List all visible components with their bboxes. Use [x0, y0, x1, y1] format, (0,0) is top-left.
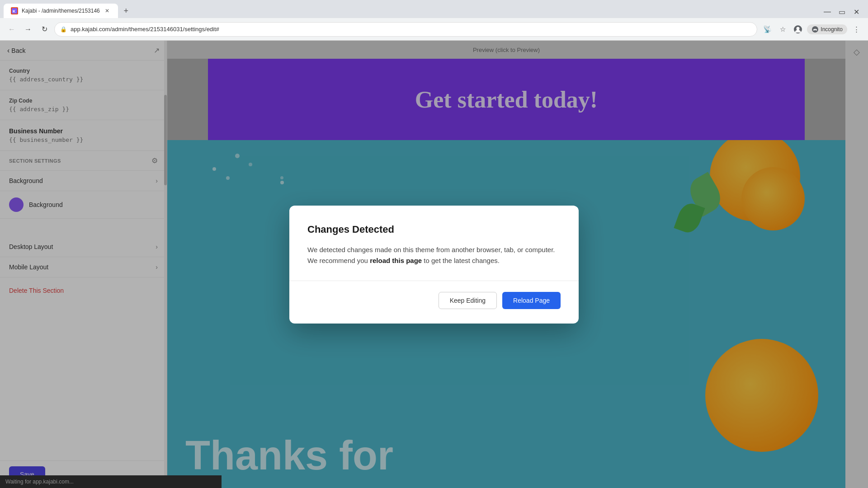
back-nav-button[interactable]: ←	[5, 23, 18, 36]
changes-detected-modal: Changes Detected We detected changes mad…	[289, 206, 579, 324]
url-text: app.kajabi.com/admin/themes/2153146031/s…	[71, 26, 751, 33]
modal-title: Changes Detected	[307, 224, 561, 235]
restore-button[interactable]: ▭	[835, 5, 848, 18]
svg-point-5	[814, 29, 815, 30]
tab-close-button[interactable]: ✕	[104, 7, 111, 14]
modal-divider	[289, 281, 579, 281]
new-tab-button[interactable]: +	[120, 5, 132, 17]
modal-body-text2: to get the latest changes.	[422, 257, 500, 264]
reload-page-button[interactable]: Reload Page	[502, 292, 561, 309]
svg-text:K: K	[13, 9, 16, 14]
minimize-button[interactable]: —	[821, 5, 834, 18]
keep-editing-button[interactable]: Keep Editing	[439, 292, 497, 309]
cast-icon[interactable]: 📡	[761, 23, 774, 36]
modal-body-bold: reload this page	[370, 257, 422, 264]
reload-nav-button[interactable]: ↻	[38, 23, 51, 36]
browser-chrome: K Kajabi - /admin/themes/2153146 ✕ + — ▭…	[0, 0, 868, 41]
address-bar[interactable]: 🔒 app.kajabi.com/admin/themes/2153146031…	[54, 22, 757, 37]
active-tab[interactable]: K Kajabi - /admin/themes/2153146 ✕	[4, 4, 118, 18]
bookmark-icon[interactable]: ☆	[776, 23, 789, 36]
close-window-button[interactable]: ✕	[850, 5, 863, 18]
svg-point-6	[816, 29, 817, 30]
toolbar-icons: 📡 ☆ Incognito ⋮	[761, 23, 863, 36]
forward-nav-button[interactable]: →	[22, 23, 34, 36]
svg-point-3	[797, 27, 800, 30]
browser-toolbar: ← → ↻ 🔒 app.kajabi.com/admin/themes/2153…	[0, 18, 868, 41]
modal-overlay: Changes Detected We detected changes mad…	[0, 41, 868, 488]
incognito-badge: Incognito	[807, 24, 847, 34]
lock-icon: 🔒	[60, 26, 67, 33]
tab-title: Kajabi - /admin/themes/2153146	[22, 8, 100, 14]
menu-icon[interactable]: ⋮	[850, 23, 863, 36]
tab-favicon: K	[11, 7, 18, 14]
modal-body: We detected changes made on this theme f…	[307, 244, 561, 266]
profile-icon[interactable]	[792, 23, 804, 36]
browser-tabs: K Kajabi - /admin/themes/2153146 ✕ + — ▭…	[0, 0, 868, 18]
modal-actions: Keep Editing Reload Page	[307, 292, 561, 309]
incognito-label: Incognito	[821, 26, 843, 33]
